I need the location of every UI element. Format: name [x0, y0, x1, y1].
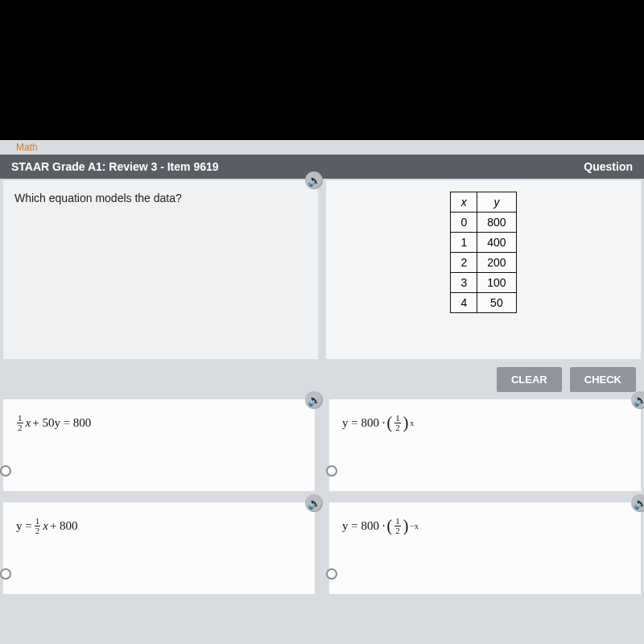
app-viewport: Math STAAR Grade A1: Review 3 - Item 961… [0, 140, 644, 644]
audio-icon[interactable]: 🔈 [305, 494, 323, 512]
cell-x: 2 [451, 253, 477, 273]
data-table: x y 0800 1400 2200 3100 450 [450, 192, 516, 313]
table-header-x: x [451, 192, 477, 213]
cell-y: 100 [477, 273, 516, 293]
eq-tail: + 800 [50, 519, 78, 533]
frac-den: 2 [35, 526, 41, 535]
answer-option-c[interactable]: 🔈 y = 1 2 x + 800 [3, 502, 315, 594]
subject-tab[interactable]: Math [16, 140, 38, 155]
radio-a[interactable] [0, 465, 11, 477]
audio-icon[interactable]: 🔈 [305, 171, 323, 189]
equation-a: 1 2 x + 50y = 800 [16, 414, 302, 432]
table-header-y: y [477, 192, 516, 213]
fraction: 1 2 [394, 517, 401, 535]
answer-option-a[interactable]: 🔈 1 2 x + 50y = 800 [3, 399, 315, 491]
cell-x: 4 [451, 293, 477, 313]
eq-tail: + 50y = 800 [32, 416, 91, 430]
eq-lhs: y = 800 · [342, 519, 385, 533]
paren-open: ( [386, 517, 392, 535]
audio-icon[interactable]: 🔈 [631, 494, 644, 512]
check-button[interactable]: CHECK [570, 367, 636, 392]
equation-d: y = 800 · ( 1 2 ) −x [342, 517, 628, 535]
equation-c: y = 1 2 x + 800 [16, 517, 302, 535]
data-table-panel: x y 0800 1400 2200 3100 450 [326, 180, 641, 359]
answer-option-b[interactable]: 🔈 y = 800 · ( 1 2 ) x [329, 399, 641, 491]
table-row: 2200 [451, 253, 516, 273]
equation-b: y = 800 · ( 1 2 ) x [342, 414, 628, 432]
question-panel: 🔈 Which equation models the data? [3, 180, 318, 359]
cell-x: 1 [451, 233, 477, 253]
cell-y: 800 [477, 213, 516, 233]
paren-close: ) [403, 414, 409, 432]
table-row: 3100 [451, 273, 516, 293]
fraction: 1 2 [394, 414, 401, 432]
paren-open: ( [386, 414, 392, 432]
clear-button[interactable]: CLEAR [497, 367, 562, 392]
cell-x: 0 [451, 213, 477, 233]
audio-icon[interactable]: 🔈 [631, 391, 644, 409]
frac-den: 2 [394, 423, 401, 432]
table-row: 1400 [451, 233, 516, 253]
radio-d[interactable] [326, 568, 337, 580]
content-row: 🔈 Which equation models the data? x y 08… [3, 180, 641, 359]
cell-x: 3 [451, 273, 477, 293]
radio-c[interactable] [0, 568, 11, 580]
frac-den: 2 [394, 526, 401, 535]
fraction: 1 2 [35, 517, 41, 535]
header-title: STAAR Grade A1: Review 3 - Item 9619 [11, 160, 219, 173]
answer-option-d[interactable]: 🔈 y = 800 · ( 1 2 ) −x [329, 502, 641, 594]
exponent: x [410, 419, 414, 427]
answer-grid: 🔈 1 2 x + 50y = 800 🔈 y = 800 · ( 1 2 [3, 399, 641, 594]
cell-y: 50 [477, 293, 516, 313]
eq-lhs: y = 800 · [342, 416, 385, 430]
table-row: 450 [451, 293, 516, 313]
frac-den: 2 [17, 423, 23, 432]
var-x: x [43, 519, 48, 533]
audio-icon[interactable]: 🔈 [305, 391, 323, 409]
action-buttons: CLEAR CHECK [497, 367, 636, 392]
var-x: x [26, 416, 31, 430]
cell-y: 200 [477, 253, 516, 273]
question-text: Which equation models the data? [14, 192, 182, 204]
fraction: 1 2 [17, 414, 23, 432]
eq-lhs: y = [16, 519, 32, 533]
exponent: −x [410, 522, 419, 530]
table-row: 0800 [451, 213, 516, 233]
header-bar: STAAR Grade A1: Review 3 - Item 9619 Que… [0, 155, 644, 179]
radio-b[interactable] [326, 465, 337, 477]
cell-y: 400 [477, 233, 516, 253]
paren-close: ) [403, 517, 409, 535]
header-question-label: Question [584, 160, 633, 173]
